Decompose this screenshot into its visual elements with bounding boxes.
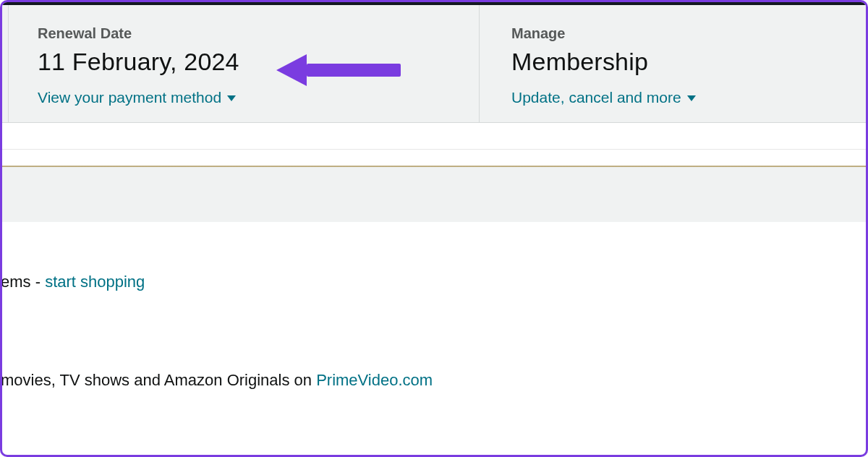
- view-payment-method-text: View your payment method: [38, 89, 221, 106]
- start-shopping-link[interactable]: start shopping: [45, 273, 145, 291]
- renewal-card: Renewal Date 11 February, 2024 View your…: [8, 5, 480, 122]
- renewal-label: Renewal Date: [38, 25, 450, 42]
- spacer: [2, 150, 866, 166]
- manage-card: Manage Membership Update, cancel and mor…: [480, 5, 866, 122]
- items-row: ems - start shopping: [1, 273, 866, 291]
- manage-membership-link[interactable]: Update, cancel and more: [511, 89, 696, 106]
- caret-down-icon: [687, 95, 696, 101]
- manage-value: Membership: [511, 48, 837, 76]
- app-frame: Renewal Date 11 February, 2024 View your…: [0, 0, 868, 457]
- prime-fragment: movies, TV shows and Amazon Originals on: [1, 371, 316, 389]
- manage-label: Manage: [511, 25, 837, 42]
- prime-row: movies, TV shows and Amazon Originals on…: [1, 371, 866, 390]
- caret-down-icon: [227, 95, 236, 101]
- view-payment-method-link[interactable]: View your payment method: [38, 89, 236, 106]
- primevideo-link[interactable]: PrimeVideo.com: [316, 371, 433, 389]
- renewal-date: 11 February, 2024: [38, 48, 450, 76]
- manage-membership-text: Update, cancel and more: [511, 89, 681, 106]
- membership-summary-row: Renewal Date 11 February, 2024 View your…: [2, 5, 866, 123]
- items-fragment: ems -: [1, 273, 45, 291]
- grey-band: [2, 167, 866, 222]
- accent-divider: [2, 166, 866, 167]
- content-area: ems - start shopping movies, TV shows an…: [2, 222, 866, 390]
- spacer: [2, 123, 866, 149]
